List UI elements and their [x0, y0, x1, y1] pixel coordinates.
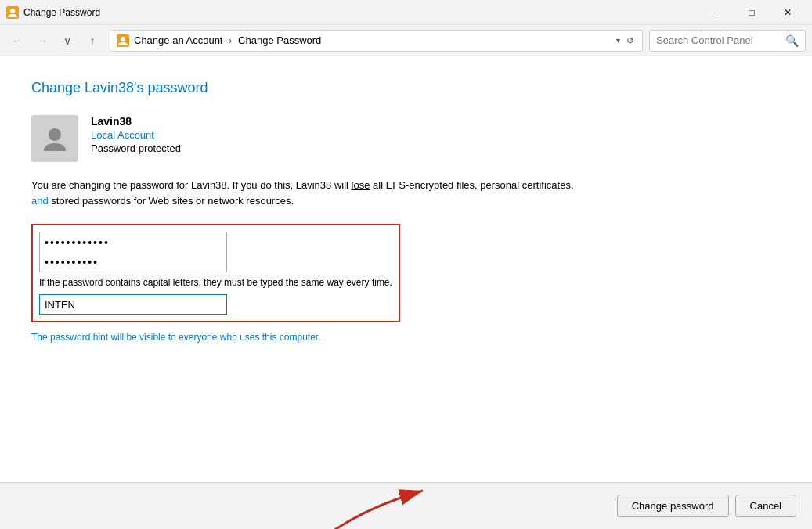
page-title: Change Lavin38's password — [31, 80, 781, 96]
nav-bar: ← → ∨ ↑ Change an Account › Change Passw… — [0, 25, 812, 56]
svg-point-3 — [121, 37, 125, 41]
main-content: Change Lavin38's password Lavin38 Local … — [0, 56, 812, 482]
new-password-input[interactable] — [39, 232, 227, 252]
expand-button[interactable]: ∨ — [56, 30, 78, 52]
svg-point-4 — [49, 128, 61, 141]
window-controls: ─ □ ✕ — [698, 0, 806, 25]
refresh-button[interactable]: ↺ — [625, 34, 636, 48]
back-button[interactable]: ← — [6, 30, 28, 52]
confirm-password-input[interactable] — [39, 252, 227, 272]
title-bar: Change Password ─ □ ✕ — [0, 0, 812, 25]
search-bar[interactable]: 🔍 — [649, 30, 806, 52]
user-protection: Password protected — [91, 142, 181, 154]
user-name: Lavin38 — [91, 115, 181, 128]
svg-point-1 — [10, 9, 15, 13]
user-account-type[interactable]: Local Account — [91, 129, 181, 141]
address-text: Change an Account › Change Password — [134, 34, 612, 46]
address-icon — [117, 34, 129, 47]
user-details: Lavin38 Local Account Password protected — [91, 115, 181, 154]
forward-button[interactable]: → — [31, 30, 53, 52]
form-section: If the password contains capital letters… — [31, 224, 400, 322]
hint-input[interactable] — [39, 294, 227, 315]
app-icon — [6, 6, 19, 19]
hint-warning: The password hint will be visible to eve… — [31, 332, 579, 343]
window-title: Change Password — [23, 7, 698, 18]
user-avatar — [31, 115, 78, 162]
caps-warning: If the password contains capital letters… — [39, 277, 392, 288]
cancel-button[interactable]: Cancel — [735, 495, 796, 517]
change-password-button[interactable]: Change password — [617, 495, 729, 517]
address-dropdown[interactable]: ▾ — [616, 36, 620, 45]
address-bar[interactable]: Change an Account › Change Password ▾ ↺ — [110, 30, 643, 52]
minimize-button[interactable]: ─ — [698, 0, 734, 25]
bottom-bar: Change password Cancel — [0, 482, 812, 529]
search-icon[interactable]: 🔍 — [785, 34, 799, 47]
warning-text: You are changing the password for Lavin3… — [31, 178, 579, 208]
up-button[interactable]: ↑ — [81, 30, 103, 52]
maximize-button[interactable]: □ — [734, 0, 770, 25]
close-button[interactable]: ✕ — [770, 0, 806, 25]
search-input[interactable] — [656, 34, 782, 46]
user-info: Lavin38 Local Account Password protected — [31, 115, 781, 162]
arrow-annotation — [305, 475, 462, 529]
